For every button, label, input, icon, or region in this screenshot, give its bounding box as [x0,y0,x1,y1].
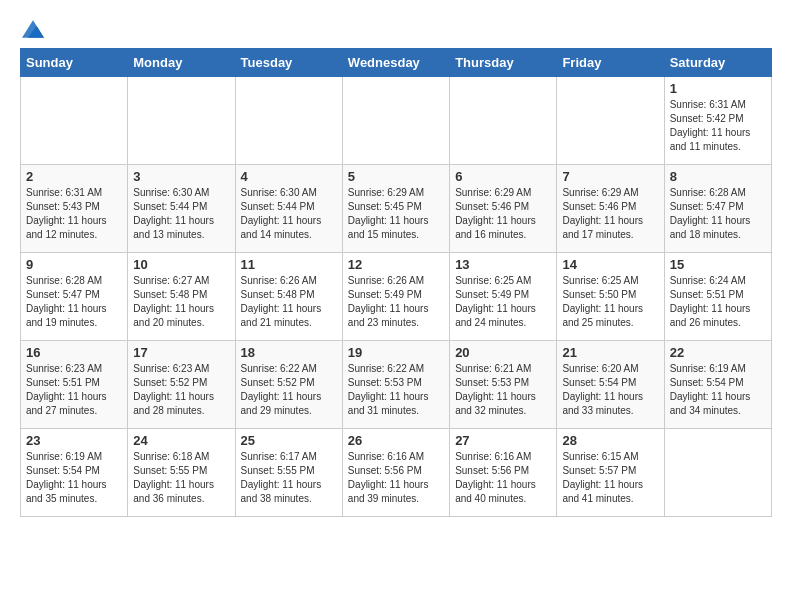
calendar-cell [342,77,449,165]
day-number: 25 [241,433,337,448]
day-number: 6 [455,169,551,184]
calendar-week-5: 23Sunrise: 6:19 AM Sunset: 5:54 PM Dayli… [21,429,772,517]
calendar-cell: 3Sunrise: 6:30 AM Sunset: 5:44 PM Daylig… [128,165,235,253]
col-tuesday: Tuesday [235,49,342,77]
calendar-header: Sunday Monday Tuesday Wednesday Thursday… [21,49,772,77]
day-number: 28 [562,433,658,448]
day-number: 22 [670,345,766,360]
day-info: Sunrise: 6:26 AM Sunset: 5:48 PM Dayligh… [241,274,337,330]
day-number: 26 [348,433,444,448]
day-info: Sunrise: 6:24 AM Sunset: 5:51 PM Dayligh… [670,274,766,330]
calendar-cell: 25Sunrise: 6:17 AM Sunset: 5:55 PM Dayli… [235,429,342,517]
calendar-cell [664,429,771,517]
calendar-body: 1Sunrise: 6:31 AM Sunset: 5:42 PM Daylig… [21,77,772,517]
day-info: Sunrise: 6:25 AM Sunset: 5:50 PM Dayligh… [562,274,658,330]
day-number: 17 [133,345,229,360]
day-number: 2 [26,169,122,184]
day-number: 20 [455,345,551,360]
day-number: 21 [562,345,658,360]
day-number: 3 [133,169,229,184]
day-number: 4 [241,169,337,184]
day-info: Sunrise: 6:30 AM Sunset: 5:44 PM Dayligh… [133,186,229,242]
day-info: Sunrise: 6:18 AM Sunset: 5:55 PM Dayligh… [133,450,229,506]
calendar-cell: 2Sunrise: 6:31 AM Sunset: 5:43 PM Daylig… [21,165,128,253]
day-info: Sunrise: 6:28 AM Sunset: 5:47 PM Dayligh… [26,274,122,330]
day-info: Sunrise: 6:28 AM Sunset: 5:47 PM Dayligh… [670,186,766,242]
calendar-cell: 7Sunrise: 6:29 AM Sunset: 5:46 PM Daylig… [557,165,664,253]
calendar-week-1: 1Sunrise: 6:31 AM Sunset: 5:42 PM Daylig… [21,77,772,165]
calendar-cell [21,77,128,165]
day-number: 12 [348,257,444,272]
day-info: Sunrise: 6:22 AM Sunset: 5:52 PM Dayligh… [241,362,337,418]
calendar-cell [128,77,235,165]
day-number: 7 [562,169,658,184]
calendar-cell: 11Sunrise: 6:26 AM Sunset: 5:48 PM Dayli… [235,253,342,341]
day-number: 13 [455,257,551,272]
calendar-cell [235,77,342,165]
day-number: 8 [670,169,766,184]
calendar-cell: 22Sunrise: 6:19 AM Sunset: 5:54 PM Dayli… [664,341,771,429]
day-number: 23 [26,433,122,448]
day-info: Sunrise: 6:17 AM Sunset: 5:55 PM Dayligh… [241,450,337,506]
calendar-week-3: 9Sunrise: 6:28 AM Sunset: 5:47 PM Daylig… [21,253,772,341]
day-info: Sunrise: 6:29 AM Sunset: 5:45 PM Dayligh… [348,186,444,242]
day-info: Sunrise: 6:19 AM Sunset: 5:54 PM Dayligh… [670,362,766,418]
day-info: Sunrise: 6:31 AM Sunset: 5:43 PM Dayligh… [26,186,122,242]
day-info: Sunrise: 6:26 AM Sunset: 5:49 PM Dayligh… [348,274,444,330]
calendar-cell: 15Sunrise: 6:24 AM Sunset: 5:51 PM Dayli… [664,253,771,341]
day-info: Sunrise: 6:25 AM Sunset: 5:49 PM Dayligh… [455,274,551,330]
day-number: 11 [241,257,337,272]
day-info: Sunrise: 6:29 AM Sunset: 5:46 PM Dayligh… [455,186,551,242]
day-info: Sunrise: 6:16 AM Sunset: 5:56 PM Dayligh… [348,450,444,506]
calendar-cell: 19Sunrise: 6:22 AM Sunset: 5:53 PM Dayli… [342,341,449,429]
calendar-cell: 28Sunrise: 6:15 AM Sunset: 5:57 PM Dayli… [557,429,664,517]
day-number: 10 [133,257,229,272]
col-thursday: Thursday [450,49,557,77]
calendar-cell: 18Sunrise: 6:22 AM Sunset: 5:52 PM Dayli… [235,341,342,429]
calendar-cell: 20Sunrise: 6:21 AM Sunset: 5:53 PM Dayli… [450,341,557,429]
calendar-cell: 5Sunrise: 6:29 AM Sunset: 5:45 PM Daylig… [342,165,449,253]
day-info: Sunrise: 6:15 AM Sunset: 5:57 PM Dayligh… [562,450,658,506]
calendar-cell [557,77,664,165]
day-number: 1 [670,81,766,96]
day-info: Sunrise: 6:19 AM Sunset: 5:54 PM Dayligh… [26,450,122,506]
col-monday: Monday [128,49,235,77]
calendar-cell: 10Sunrise: 6:27 AM Sunset: 5:48 PM Dayli… [128,253,235,341]
col-wednesday: Wednesday [342,49,449,77]
day-number: 18 [241,345,337,360]
day-number: 24 [133,433,229,448]
day-info: Sunrise: 6:23 AM Sunset: 5:52 PM Dayligh… [133,362,229,418]
calendar-cell: 4Sunrise: 6:30 AM Sunset: 5:44 PM Daylig… [235,165,342,253]
page-header [20,20,772,38]
day-number: 27 [455,433,551,448]
calendar-cell [450,77,557,165]
calendar-cell: 24Sunrise: 6:18 AM Sunset: 5:55 PM Dayli… [128,429,235,517]
day-number: 16 [26,345,122,360]
calendar-cell: 27Sunrise: 6:16 AM Sunset: 5:56 PM Dayli… [450,429,557,517]
col-friday: Friday [557,49,664,77]
day-number: 19 [348,345,444,360]
calendar-week-4: 16Sunrise: 6:23 AM Sunset: 5:51 PM Dayli… [21,341,772,429]
col-saturday: Saturday [664,49,771,77]
day-info: Sunrise: 6:16 AM Sunset: 5:56 PM Dayligh… [455,450,551,506]
day-info: Sunrise: 6:21 AM Sunset: 5:53 PM Dayligh… [455,362,551,418]
calendar-cell: 13Sunrise: 6:25 AM Sunset: 5:49 PM Dayli… [450,253,557,341]
day-info: Sunrise: 6:31 AM Sunset: 5:42 PM Dayligh… [670,98,766,154]
calendar-cell: 6Sunrise: 6:29 AM Sunset: 5:46 PM Daylig… [450,165,557,253]
calendar-cell: 21Sunrise: 6:20 AM Sunset: 5:54 PM Dayli… [557,341,664,429]
calendar-cell: 23Sunrise: 6:19 AM Sunset: 5:54 PM Dayli… [21,429,128,517]
day-info: Sunrise: 6:22 AM Sunset: 5:53 PM Dayligh… [348,362,444,418]
day-number: 5 [348,169,444,184]
calendar-cell: 16Sunrise: 6:23 AM Sunset: 5:51 PM Dayli… [21,341,128,429]
logo [20,20,50,38]
calendar-cell: 17Sunrise: 6:23 AM Sunset: 5:52 PM Dayli… [128,341,235,429]
day-info: Sunrise: 6:23 AM Sunset: 5:51 PM Dayligh… [26,362,122,418]
calendar-cell: 14Sunrise: 6:25 AM Sunset: 5:50 PM Dayli… [557,253,664,341]
calendar-cell: 12Sunrise: 6:26 AM Sunset: 5:49 PM Dayli… [342,253,449,341]
day-info: Sunrise: 6:20 AM Sunset: 5:54 PM Dayligh… [562,362,658,418]
calendar-cell: 8Sunrise: 6:28 AM Sunset: 5:47 PM Daylig… [664,165,771,253]
logo-icon [22,20,44,38]
col-sunday: Sunday [21,49,128,77]
day-number: 15 [670,257,766,272]
calendar-cell: 26Sunrise: 6:16 AM Sunset: 5:56 PM Dayli… [342,429,449,517]
